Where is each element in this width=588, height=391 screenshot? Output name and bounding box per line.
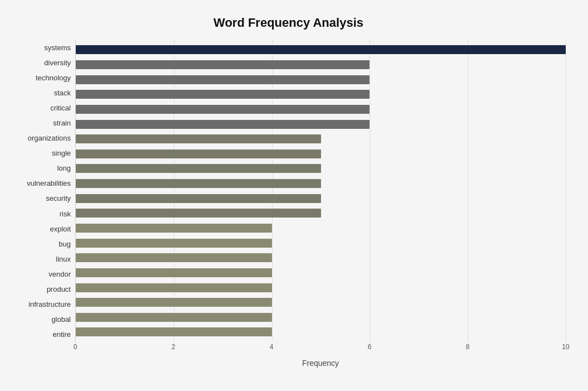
- grid-line: [566, 40, 566, 342]
- y-label: vulnerabilities: [27, 177, 71, 190]
- bar: [76, 209, 321, 218]
- y-label: exploit: [50, 223, 71, 235]
- bar-row: [76, 103, 566, 115]
- chart-title: Word Frequency Analysis: [11, 11, 566, 30]
- bar: [76, 90, 370, 99]
- bar: [76, 120, 370, 129]
- bar-row: [76, 118, 566, 131]
- y-label: stack: [54, 87, 71, 99]
- y-label: systems: [44, 42, 71, 54]
- bar: [76, 134, 321, 143]
- y-label: bug: [59, 238, 71, 250]
- bar: [76, 149, 321, 158]
- y-label: long: [57, 162, 71, 175]
- bar: [76, 298, 272, 307]
- bar-row: [76, 148, 566, 160]
- bar-row: [76, 267, 566, 279]
- bar: [76, 327, 272, 336]
- bar-row: [76, 177, 566, 190]
- bar-row: [76, 311, 566, 324]
- bar-row: [76, 252, 566, 264]
- bar: [76, 179, 321, 188]
- grid-and-bars: [75, 40, 566, 342]
- chart-area: systemsdiversitytechnologystackcriticals…: [11, 40, 566, 342]
- bar: [76, 75, 370, 84]
- x-axis-label: Frequency: [75, 359, 566, 368]
- chart-container: Word Frequency Analysis systemsdiversity…: [0, 0, 588, 391]
- bar-row: [76, 162, 566, 175]
- y-label: single: [52, 147, 71, 160]
- y-label: entire: [52, 328, 71, 340]
- bar: [76, 194, 321, 203]
- y-label: infrastructure: [28, 298, 71, 310]
- bar-row: [76, 44, 566, 56]
- bar-row: [76, 326, 566, 338]
- bar-row: [76, 74, 566, 86]
- bar-row: [76, 59, 566, 71]
- bars-and-grid: [75, 40, 566, 342]
- x-tick: 2: [172, 343, 176, 351]
- bar: [76, 224, 272, 233]
- x-tick: 6: [368, 343, 372, 351]
- bar-row: [76, 207, 566, 219]
- bar-row: [76, 237, 566, 249]
- x-tick: 10: [562, 343, 569, 351]
- bar: [76, 164, 321, 173]
- y-label: organizations: [28, 132, 71, 144]
- bar-row: [76, 222, 566, 234]
- bar: [76, 60, 370, 69]
- y-label: risk: [60, 207, 71, 220]
- y-label: product: [47, 283, 71, 295]
- bar: [76, 283, 272, 292]
- bar: [76, 268, 272, 277]
- y-label: linux: [56, 253, 71, 265]
- bars-wrapper: [76, 40, 566, 342]
- y-label: global: [51, 313, 71, 325]
- y-label: technology: [36, 72, 71, 84]
- y-label: diversity: [44, 57, 71, 69]
- bar: [76, 239, 272, 248]
- y-labels: systemsdiversitytechnologystackcriticals…: [11, 40, 75, 342]
- x-tick: 8: [466, 343, 470, 351]
- bar-row: [76, 88, 566, 100]
- y-label: critical: [50, 102, 71, 114]
- bar: [76, 253, 272, 262]
- bar-row: [76, 296, 566, 308]
- bar-row: [76, 282, 566, 294]
- bar: [76, 313, 272, 322]
- y-label: security: [46, 192, 71, 205]
- bar: [76, 45, 566, 54]
- y-label: vendor: [48, 268, 71, 280]
- bar-row: [76, 133, 566, 145]
- x-tick: 4: [270, 343, 274, 351]
- bar: [76, 105, 370, 114]
- y-label: strain: [53, 117, 71, 129]
- x-ticks-container: 0246810: [75, 343, 566, 355]
- x-tick: 0: [74, 343, 77, 351]
- bar-row: [76, 192, 566, 205]
